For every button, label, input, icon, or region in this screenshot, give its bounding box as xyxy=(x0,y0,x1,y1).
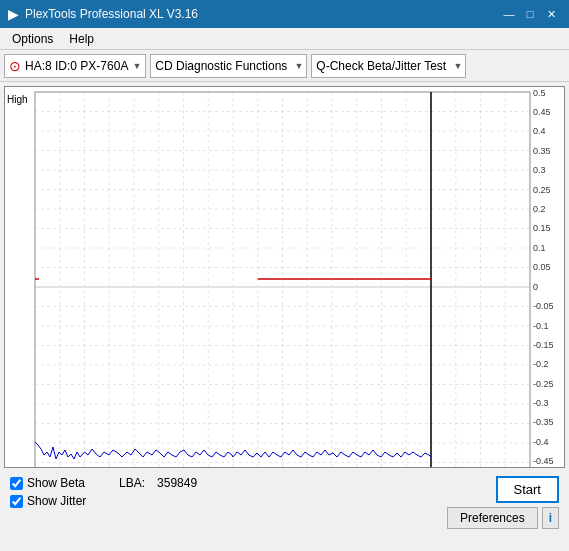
svg-text:0.25: 0.25 xyxy=(533,185,551,195)
show-beta-checkbox[interactable] xyxy=(10,477,23,490)
title-text: PlexTools Professional XL V3.16 xyxy=(25,7,499,21)
info-button[interactable]: i xyxy=(542,507,559,529)
show-jitter-checkbox[interactable] xyxy=(10,495,23,508)
chart-inner: 0.5 0.45 0.4 0.35 0.3 0.25 0.2 0.15 0.1 … xyxy=(5,87,564,467)
svg-text:0.5: 0.5 xyxy=(533,88,546,98)
svg-text:-0.1: -0.1 xyxy=(533,321,549,331)
preferences-button[interactable]: Preferences xyxy=(447,507,538,529)
action-buttons: Start Preferences i xyxy=(447,476,559,529)
minimize-button[interactable]: — xyxy=(499,5,519,23)
svg-text:-0.05: -0.05 xyxy=(533,301,554,311)
show-jitter-label[interactable]: Show Jitter xyxy=(27,494,86,508)
title-icon: ▶ xyxy=(8,6,19,22)
menu-bar: Options Help xyxy=(0,28,569,50)
chart-svg: 0.5 0.45 0.4 0.35 0.3 0.25 0.2 0.15 0.1 … xyxy=(5,87,564,467)
menu-options[interactable]: Options xyxy=(4,30,61,48)
svg-text:-0.4: -0.4 xyxy=(533,437,549,447)
test-select-wrapper[interactable]: Q-Check Beta/Jitter Test xyxy=(311,54,466,78)
svg-text:-0.2: -0.2 xyxy=(533,359,549,369)
svg-text:0.35: 0.35 xyxy=(533,146,551,156)
maximize-button[interactable]: □ xyxy=(520,5,540,23)
svg-text:0.05: 0.05 xyxy=(533,262,551,272)
test-select[interactable]: Q-Check Beta/Jitter Test xyxy=(311,54,466,78)
svg-text:0.2: 0.2 xyxy=(533,204,546,214)
menu-help[interactable]: Help xyxy=(61,30,102,48)
bottom-controls: Show Beta LBA: 359849 Show Jitter Start … xyxy=(4,472,565,547)
chart-container: 0.5 0.45 0.4 0.35 0.3 0.25 0.2 0.15 0.1 … xyxy=(4,86,565,468)
function-select[interactable]: CD Diagnostic Functions xyxy=(150,54,307,78)
device-button[interactable]: ⊙ HA:8 ID:0 PX-760A ▼ xyxy=(4,54,146,78)
main-area: 0.5 0.45 0.4 0.35 0.3 0.25 0.2 0.15 0.1 … xyxy=(0,82,569,551)
svg-text:0.3: 0.3 xyxy=(533,165,546,175)
close-button[interactable]: ✕ xyxy=(541,5,561,23)
svg-text:0.1: 0.1 xyxy=(533,243,546,253)
toolbar: ⊙ HA:8 ID:0 PX-760A ▼ CD Diagnostic Func… xyxy=(0,50,569,82)
lba-value: 359849 xyxy=(157,476,197,490)
device-label: HA:8 ID:0 PX-760A xyxy=(25,59,128,73)
svg-text:-0.25: -0.25 xyxy=(533,379,554,389)
function-select-wrapper[interactable]: CD Diagnostic Functions xyxy=(150,54,307,78)
show-beta-label[interactable]: Show Beta xyxy=(27,476,85,490)
svg-text:-0.3: -0.3 xyxy=(533,398,549,408)
device-dropdown-icon: ▼ xyxy=(132,61,141,71)
svg-text:-0.15: -0.15 xyxy=(533,340,554,350)
svg-text:-0.35: -0.35 xyxy=(533,417,554,427)
start-button[interactable]: Start xyxy=(496,476,559,503)
lba-label: LBA: xyxy=(119,476,145,490)
title-bar: ▶ PlexTools Professional XL V3.16 — □ ✕ xyxy=(0,0,569,28)
svg-text:0.4: 0.4 xyxy=(533,126,546,136)
y-high-label: High xyxy=(7,94,28,105)
svg-text:-0.45: -0.45 xyxy=(533,456,554,466)
svg-text:0: 0 xyxy=(533,282,538,292)
title-controls: — □ ✕ xyxy=(499,5,561,23)
svg-text:0.45: 0.45 xyxy=(533,107,551,117)
device-icon: ⊙ xyxy=(9,58,21,74)
svg-text:0.15: 0.15 xyxy=(533,223,551,233)
